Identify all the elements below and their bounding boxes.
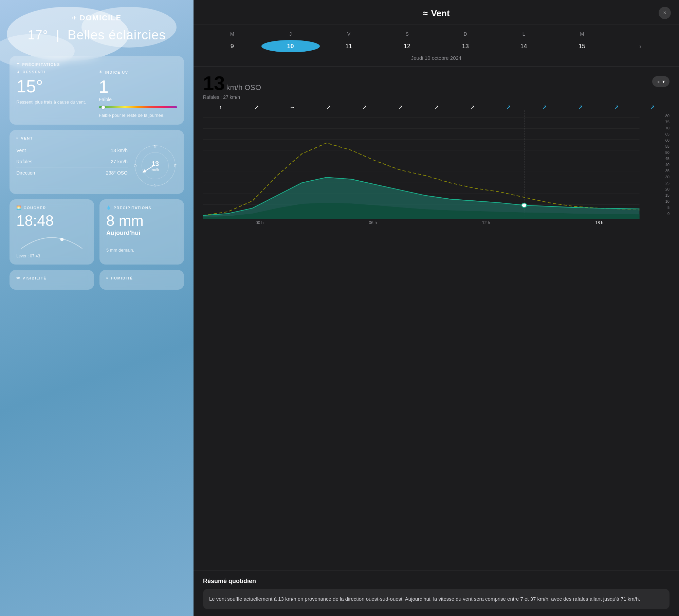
wind-speed-display: 13 km/h OSO Rafales : 27 km/h <box>203 73 261 100</box>
wind-chart-container: 80 75 70 65 60 55 50 45 40 35 30 25 20 1… <box>194 110 679 570</box>
compass: N S E O 13 km/h <box>133 144 177 188</box>
sun-arc <box>16 232 87 250</box>
cal-date-13[interactable]: 13 <box>436 41 495 52</box>
cal-day-4: D <box>436 31 495 37</box>
cal-date-13-wrapper[interactable]: 13 <box>436 41 495 52</box>
daily-summary: Résumé quotidien Le vent souffle actuell… <box>194 570 679 616</box>
precip-value: 8 mm <box>106 213 177 228</box>
calendar-days-row: M J V S D L M <box>203 31 669 37</box>
location-header: ✈ DOMICILE <box>10 14 184 22</box>
wind-card-inner: Vent 13 km/h Rafales 27 km/h Direction 2… <box>16 144 177 188</box>
left-panel: ✈ DOMICILE 17° | Belles éclaircies ☂ PRÉ… <box>0 0 194 616</box>
wind-speed-number: 13 <box>203 73 225 93</box>
y-label-65: 65 <box>665 132 669 136</box>
ressenti-title: 🌡 RESSENTI <box>16 70 95 74</box>
dir-arrow-5: ↗ <box>383 104 418 110</box>
coucher-precip-row: 🌅 COUCHER 18:48 Lever : 07:43 💧 PRÉCIPIT… <box>10 199 184 265</box>
coucher-card: 🌅 COUCHER 18:48 Lever : 07:43 <box>10 199 94 265</box>
wind-speed-unit: km/h <box>226 83 243 92</box>
cal-date-more-wrapper[interactable]: › <box>611 41 669 52</box>
y-label-5: 5 <box>667 205 669 210</box>
rain-icon: 💧 <box>106 205 112 210</box>
svg-point-0 <box>60 238 64 241</box>
y-label-70: 70 <box>665 126 669 130</box>
dir-arrow-4: ↗ <box>347 104 382 110</box>
humidity-icon: ≈ <box>106 276 109 280</box>
humidite-title: ≈ HUMIDITÉ <box>106 276 177 280</box>
y-label-30: 30 <box>665 175 669 179</box>
wind-card: ≈ VENT Vent 13 km/h Rafales 27 km/h <box>10 130 184 194</box>
cards-grid: ☂ PRÉCIPITATIONS 🌡 RESSENTI 15° Ressenti… <box>10 56 184 290</box>
close-button[interactable]: × <box>659 7 671 19</box>
cal-date-14[interactable]: 14 <box>495 41 553 52</box>
wind-speed-line: 13 km/h OSO <box>203 73 261 93</box>
wind-speed-section: 13 km/h OSO Rafales : 27 km/h ≈ ▾ <box>194 67 679 100</box>
cal-date-10-wrapper[interactable]: 10 <box>261 40 320 52</box>
daily-summary-text: Le vent souffle actuellement à 13 km/h e… <box>209 595 663 603</box>
cal-day-5: L <box>495 31 553 37</box>
dir-arrow-1: ↗ <box>239 104 274 110</box>
y-label-10: 10 <box>665 199 669 203</box>
visibilite-title: 👁 VISIBILITÉ <box>16 276 87 280</box>
precip-title: 💧 PRÉCIPITATIONS <box>106 205 177 210</box>
wind-row-vent: Vent 13 km/h <box>16 145 128 156</box>
cal-day-0: M <box>203 31 261 37</box>
cal-date-10[interactable]: 10 <box>261 40 320 52</box>
sunset-icon: 🌅 <box>16 205 22 210</box>
location-name: DOMICILE <box>80 14 122 22</box>
cal-date-12-wrapper[interactable]: 12 <box>378 41 436 52</box>
dir-arrow-2: → <box>275 104 310 110</box>
coucher-value: 18:48 <box>16 213 87 228</box>
x-label-06h: 06 h <box>316 220 430 225</box>
precipitations-header-card: ☂ PRÉCIPITATIONS 🌡 RESSENTI 15° Ressenti… <box>10 56 184 125</box>
ressenti-value: 15° <box>16 77 95 95</box>
cal-date-15[interactable]: 15 <box>553 41 611 52</box>
cal-date-11-wrapper[interactable]: 11 <box>320 41 378 52</box>
visibilite-card: 👁 VISIBILITÉ <box>10 270 94 290</box>
cal-date-12[interactable]: 12 <box>378 41 436 52</box>
right-header: ≈ Vent × <box>194 0 679 24</box>
sun-icon: ☀ <box>99 70 103 74</box>
compass-east: E <box>174 164 177 168</box>
wind-speed-direction: OSO <box>244 83 261 92</box>
compass-center: 13 km/h <box>151 160 159 171</box>
y-label-40: 40 <box>665 163 669 167</box>
y-label-50: 50 <box>665 150 669 155</box>
uv-card: ☀ INDICE UV 1 Faible Faible pour le rest… <box>99 70 177 119</box>
y-label-45: 45 <box>665 157 669 161</box>
ressenti-desc: Ressenti plus frais à cause du vent. <box>16 99 95 105</box>
dir-arrow-3: ↗ <box>311 104 346 110</box>
cal-date-9-wrapper[interactable]: 9 <box>203 41 261 52</box>
right-panel: ≈ Vent × M J V S D L M 9 10 11 <box>194 0 679 616</box>
y-label-60: 60 <box>665 138 669 142</box>
dir-arrow-0: ↑ <box>203 104 238 110</box>
dir-arrow-9: ↗ <box>527 104 562 110</box>
cal-day-6: M <box>553 31 611 37</box>
cal-date-11[interactable]: 11 <box>320 41 378 52</box>
daily-summary-title: Résumé quotidien <box>203 578 669 585</box>
cal-date-15-wrapper[interactable]: 15 <box>553 41 611 52</box>
y-label-15: 15 <box>665 193 669 197</box>
uv-title: ☀ INDICE UV <box>99 70 177 74</box>
cal-date-more[interactable]: › <box>611 41 669 52</box>
dir-arrow-8: ↗ <box>491 104 526 110</box>
svg-point-12 <box>522 203 527 207</box>
chart-x-axis: 00 h 06 h 12 h 18 h <box>203 220 669 225</box>
wind-info: Vent 13 km/h Rafales 27 km/h Direction 2… <box>16 144 128 188</box>
wind-detail-button[interactable]: ≈ ▾ <box>652 76 669 87</box>
humidite-card: ≈ HUMIDITÉ <box>99 270 184 290</box>
precip-desc: 5 mm demain. <box>106 248 177 253</box>
precip-card: 💧 PRÉCIPITATIONS 8 mm Aujourd'hui 5 mm d… <box>99 199 184 265</box>
dir-arrow-7: ↗ <box>455 104 490 110</box>
cal-date-14-wrapper[interactable]: 14 <box>495 41 553 52</box>
uv-dot <box>102 106 105 109</box>
ressenti-uv-row: 🌡 RESSENTI 15° Ressenti plus frais à cau… <box>16 70 177 119</box>
cal-date-9[interactable]: 9 <box>203 41 261 52</box>
eye-icon: 👁 <box>16 276 21 280</box>
wind-gusts: Rafales : 27 km/h <box>203 94 261 100</box>
lever-text: Lever : 07:43 <box>16 254 87 258</box>
wind-detail-chevron: ▾ <box>662 79 665 84</box>
wind-detail-icon: ≈ <box>657 79 660 84</box>
location-icon: ✈ <box>72 14 77 22</box>
wind-row-rafales: Rafales 27 km/h <box>16 156 128 167</box>
